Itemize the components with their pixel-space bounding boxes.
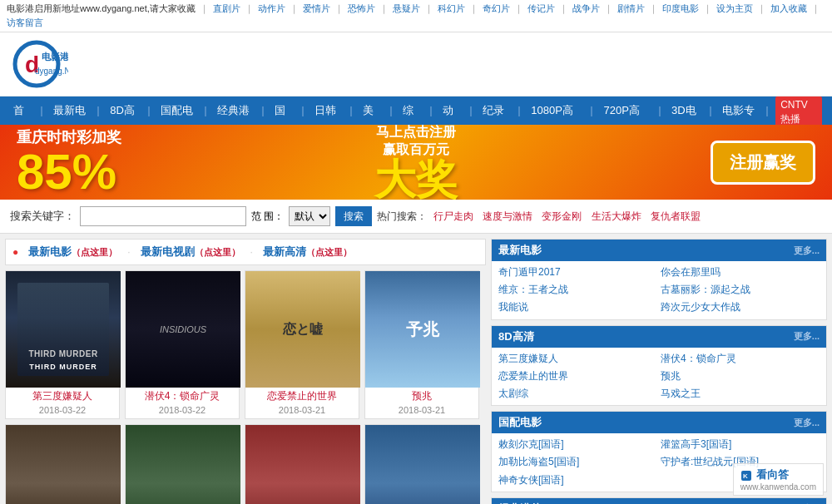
right-link-circus[interactable]: 马戏之王 [661,386,820,402]
range-select[interactable]: 默认 [289,206,330,226]
nav-guoju[interactable]: 国剧 [268,96,298,125]
right-link-insidious4[interactable]: 潜伏4：锁命广灵 [661,351,820,367]
top-link-juqing[interactable]: 剧情片 [617,2,645,15]
right-section-hd: 8D高清 更多... 第三度嫌疑人 恋爱禁止的世界 太剧综 潜伏4：锁命广灵 预… [491,325,827,407]
movie-date-4: 2018-03-21 [365,405,478,415]
nav-variety[interactable]: 综艺 [396,96,426,125]
hot-link-3[interactable]: 变形金刚 [542,210,582,222]
svg-text:电影港: 电影港 [42,52,68,62]
movie-date-2: 2018-03-22 [126,405,239,415]
right-link-qimendunjia[interactable]: 奇门遁甲2017 [498,264,657,280]
sep1: ｜ [200,2,209,15]
nav-8d[interactable]: 8D高清 [103,96,144,125]
right-section-hd-header: 8D高清 更多... [492,326,826,348]
nav-classic[interactable]: 经典港片 [210,96,257,125]
top-link-kehuan[interactable]: 科幻片 [438,2,465,15]
top-link-chuanji[interactable]: 传记片 [527,2,555,15]
nav-cntv[interactable]: CNTV热播 [775,96,822,128]
hot-link-1[interactable]: 行尸走肉 [433,210,473,222]
movie-poster-3: 恋と嘘 [245,271,360,388]
top-link-homepage[interactable]: 设为主页 [716,2,753,15]
top-link-dongzuo[interactable]: 动作片 [258,2,285,15]
top-link-yindu[interactable]: 印度电影 [662,2,699,15]
top-link-favorites[interactable]: 加入收藏 [770,2,807,15]
right-link-love-ban[interactable]: 恋爱禁止的世界 [498,368,657,384]
nav-special[interactable]: 电影专题 [716,96,762,125]
movie-title-1[interactable]: 第三度嫌疑人 [6,388,119,405]
right-link-tomb[interactable]: 古墓丽影：源起之战 [661,282,820,298]
hd-more-link[interactable]: 更多... [794,330,820,343]
right-section-new-movies-header: 最新电影 更多... [492,240,826,261]
nav-home[interactable]: 首页 [7,96,37,125]
right-col-chinese-1: 敕刻尔克[国语] 加勒比海盗5[国语] 神奇女侠[国语] [498,437,657,488]
nav-rihan[interactable]: 日韩剧 [308,96,346,125]
tab-new-tv[interactable]: 最新电视剧（点这里） [141,245,240,259]
right-link-ninhui[interactable]: 你会在那里吗 [661,264,820,280]
search-input[interactable] [80,206,246,226]
logo-area: d 电影港 dygang.NET [10,39,68,89]
movie-item-2: INSIDIOUS 潜伏4：锁命广灵 2018-03-22 [125,270,240,419]
right-link-omen[interactable]: 预兆 [661,368,820,384]
right-link-wonengshuo[interactable]: 我能说 [498,299,657,315]
top-link-qihuan[interactable]: 奇幻片 [483,2,510,15]
logo-icon: d 电影港 dygang.NET [10,39,68,89]
search-bar: 搜索关键字： 范 围： 默认 搜索 热门搜索： 行尸走肉 速度与激情 变形金刚 … [0,200,832,234]
top-link-xuanyi[interactable]: 悬疑片 [393,2,420,15]
nav-anime[interactable]: 动漫 [436,96,466,125]
movie-item-8: 电影8 2018-03-19 [364,424,479,504]
tab-new-movies[interactable]: 最新电影（点这里） [28,245,117,259]
nav-documentary[interactable]: 纪录片 [476,96,514,125]
watermark-logo: K 看向答 [740,467,816,482]
nav-720p[interactable]: 720P高清区 [597,96,655,125]
right-link-cross[interactable]: 跨次元少女大作战 [661,299,820,315]
left-panel: ● 最新电影（点这里） · 最新电视剧（点这里） · 最新高清（点这里） THI… [0,234,491,504]
movie-grid: THIRD MURDER 第三度嫌疑人 2018-03-22 INSIDIOUS… [5,270,486,504]
nav-meiju[interactable]: 美剧 [356,96,386,125]
site-header: d 电影港 dygang.NET [0,32,832,96]
top-link-zhanzheng[interactable]: 战争片 [572,2,600,15]
right-col-hd-1: 第三度嫌疑人 恋爱禁止的世界 太剧综 [498,351,657,403]
top-link-kongbu[interactable]: 恐怖片 [348,2,375,15]
movie-poster-5 [6,425,121,504]
tab-new-hd[interactable]: 最新高清（点这里） [263,245,352,259]
right-link-viking[interactable]: 维京：王者之战 [498,282,657,298]
right-link-slamdunk[interactable]: 灌篮高手3[国语] [661,437,820,452]
movie-poster-7 [245,425,360,504]
movie-poster-1: THIRD MURDER [6,271,121,388]
right-section-hd-body: 第三度嫌疑人 恋爱禁止的世界 太剧综 潜伏4：锁命广灵 预兆 马戏之王 [492,348,826,406]
search-button[interactable]: 搜索 [335,206,372,226]
top-link-zhiju[interactable]: 直剧片 [213,2,240,15]
top-notice-bar: 电影港启用新地址www.dygang.net,请大家收藏 ｜ 直剧片 ｜ 动作片… [0,0,832,32]
banner-left-text: 重庆时时彩加奖 85% [17,127,121,197]
right-col-new-movies-1: 奇门遁甲2017 维京：王者之战 我能说 [498,264,657,316]
right-section-classic: 经典港片 更多... [491,497,827,504]
right-link-taiju[interactable]: 太剧综 [498,386,657,402]
right-link-third[interactable]: 第三度嫌疑人 [498,351,657,367]
advertisement-banner: 重庆时时彩加奖 85% 马上点击注册 赢取百万元 大奖 注册赢奖 [0,125,832,200]
nav-1080p[interactable]: 1080P高清区 [524,96,587,125]
chinese-more-link[interactable]: 更多... [794,417,820,429]
top-link-message[interactable]: 访客留言 [7,17,43,29]
new-movies-more-link[interactable]: 更多... [794,245,820,257]
nav-new-movies[interactable]: 最新电影 [47,96,93,125]
movie-item-1: THIRD MURDER 第三度嫌疑人 2018-03-22 [5,270,120,419]
right-link-wonderwoman[interactable]: 神奇女侠[国语] [498,472,657,488]
right-link-pirates[interactable]: 加勒比海盗5[国语] [498,454,657,470]
watermark-url: www.kanwenda.com [740,482,816,492]
top-link-aiqing[interactable]: 爱情片 [303,2,330,15]
hot-link-4[interactable]: 生活大爆炸 [592,210,641,222]
section-tabs: ● 最新电影（点这里） · 最新电视剧（点这里） · 最新高清（点这里） [5,239,486,265]
right-link-dunkirk[interactable]: 敕刻尔克[国语] [498,437,657,452]
hot-link-2[interactable]: 速度与激情 [483,210,532,222]
movie-title-4[interactable]: 预兆 [365,388,478,405]
movie-item-4: 予兆 预兆 2018-03-21 [364,270,479,419]
right-section-new-movies-body: 奇门遁甲2017 维京：王者之战 我能说 你会在那里吗 古墓丽影：源起之战 跨次… [492,261,826,319]
hot-link-5[interactable]: 复仇者联盟 [651,210,701,222]
nav-3d[interactable]: 3D电影 [665,96,706,125]
movie-title-2[interactable]: 潜伏4：锁命广灵 [126,388,239,405]
nav-chinese[interactable]: 国配电影 [154,96,201,125]
movie-date-3: 2018-03-21 [245,405,359,415]
register-button[interactable]: 注册赢奖 [711,141,815,185]
right-section-classic-header: 经典港片 更多... [492,498,826,504]
movie-title-3[interactable]: 恋爱禁止的世界 [245,388,359,405]
